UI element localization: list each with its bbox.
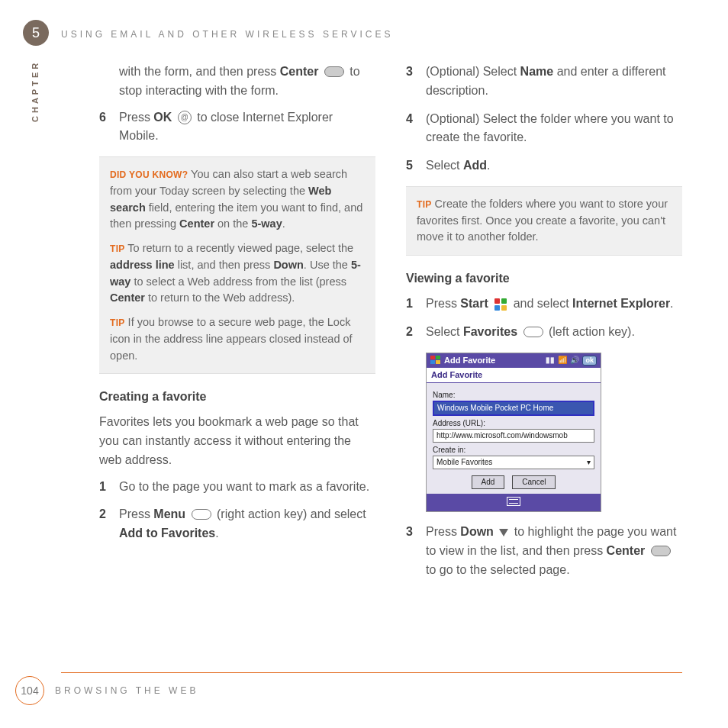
steps-continued: Press OK @ to close Internet Explorer Mo… [99, 108, 375, 147]
bold-down: Down [460, 525, 494, 538]
text: If you browse to a secure web page, the … [110, 316, 353, 362]
text: with the form, and then press [119, 65, 280, 78]
screenshot-title: Add Favorite [444, 356, 495, 366]
continuation-text: with the form, and then press Center to … [99, 63, 375, 101]
svg-rect-6 [430, 360, 435, 364]
creating-intro: Favorites lets you bookmark a web page s… [99, 413, 375, 469]
bold: 5-way [251, 217, 282, 230]
svg-rect-5 [436, 356, 440, 359]
viewing-step-1: Press Start and select Internet Explorer… [406, 295, 682, 314]
text: (left action key). [546, 325, 635, 338]
name-label: Name: [433, 391, 594, 400]
bold-center: Center [280, 65, 319, 78]
address-label: Address (URL): [433, 419, 594, 428]
address-field[interactable]: http://www.microsoft.com/windowsmob [433, 429, 594, 443]
heading-creating-favorite: Creating a favorite [99, 388, 375, 407]
creating-step-4: (Optional) Select the folder where you w… [406, 110, 682, 148]
screenshot-body: Name: Windows Mobile Pocket PC Home Addr… [427, 383, 601, 494]
action-key-icon [523, 327, 543, 337]
viewing-step-2: Select Favorites (left action key). [406, 323, 682, 342]
device-screenshot: Add Favorite ▮▮ 📶 🔊 ok Add Favorite Name… [426, 353, 601, 513]
viewing-step-3: Press Down to highlight the page you wan… [406, 523, 682, 579]
text: Create the folders where you want to sto… [417, 198, 668, 243]
dyk-label: DID YOU KNOW? [110, 169, 188, 180]
svg-rect-3 [501, 305, 507, 311]
text: Press [426, 525, 460, 538]
bold-favorites: Favorites [463, 325, 517, 338]
creating-steps: Go to the page you want to mark as a fav… [99, 478, 375, 543]
creating-step-3: (Optional) Select Name and enter a diffe… [406, 63, 682, 101]
screenshot-footer [427, 494, 601, 511]
down-arrow-icon [499, 529, 508, 536]
chevron-down-icon: ▾ [587, 458, 591, 467]
bold: Down [273, 259, 303, 271]
add-button[interactable]: Add [472, 475, 505, 489]
bold: Internet Explorer [572, 297, 670, 310]
bold: Add to Favorites [119, 527, 215, 540]
tipbox-left: DID YOU KNOW? You can also start a web s… [99, 156, 375, 374]
page-footer: 104 BROWSING THE WEB [15, 676, 198, 705]
dropdown-value: Mobile Favorites [436, 458, 492, 467]
bold-center: Center [607, 544, 646, 557]
speaker-icon: 🔊 [570, 356, 579, 365]
center-button-icon [651, 546, 671, 556]
page: 5 CHAPTER USING EMAIL AND OTHER WIRELESS… [0, 0, 728, 728]
text: (Optional) Select [426, 65, 520, 78]
tip-label: TIP [110, 317, 125, 328]
step-6: Press OK @ to close Internet Explorer Mo… [99, 108, 375, 147]
antenna-icon: 📶 [558, 356, 567, 365]
screenshot-subtitle: Add Favorite [427, 368, 601, 383]
createin-dropdown[interactable]: Mobile Favorites ▾ [433, 456, 594, 469]
creating-step-1: Go to the page you want to mark as a fav… [99, 478, 375, 497]
text: on the [214, 217, 251, 230]
text: (right action key) and select [214, 507, 366, 520]
bold-menu: Menu [153, 507, 185, 520]
viewing-steps-cont: Press Down to highlight the page you wan… [406, 523, 682, 579]
keyboard-icon[interactable] [507, 497, 520, 506]
text: list, and then press [175, 259, 274, 271]
chapter-label: CHAPTER [31, 60, 40, 122]
screenshot-titlebar: Add Favorite ▮▮ 📶 🔊 ok [427, 353, 601, 368]
text: to go to the selected page. [426, 563, 570, 576]
bold-start: Start [460, 297, 488, 310]
cancel-button[interactable]: Cancel [512, 475, 556, 489]
svg-rect-7 [436, 360, 440, 364]
footer-rule [61, 672, 682, 673]
center-button-icon [324, 66, 344, 77]
tip-label: TIP [110, 243, 125, 254]
did-you-know: DID YOU KNOW? You can also start a web s… [110, 166, 365, 233]
start-flag-icon [494, 298, 507, 311]
text: . [487, 159, 490, 172]
bold: Add [463, 159, 487, 172]
text: Press [119, 111, 153, 124]
creating-step-2: Press Menu (right action key) and select… [99, 505, 375, 543]
tip-2: TIP If you browse to a secure web page, … [110, 314, 365, 364]
content-columns: with the form, and then press Center to … [61, 63, 682, 589]
text: Press [426, 297, 460, 310]
windows-flag-icon [430, 356, 441, 365]
svg-rect-4 [430, 356, 435, 359]
text: to return to the Web address). [145, 292, 295, 304]
text: . [670, 297, 673, 310]
bold-ok: OK [153, 111, 172, 124]
right-column: (Optional) Select Name and enter a diffe… [406, 63, 682, 589]
footer-section: BROWSING THE WEB [55, 685, 198, 696]
creating-step-5: Select Add. [406, 156, 682, 176]
page-number: 104 [15, 676, 44, 705]
chapter-number-badge: 5 [23, 20, 49, 46]
svg-rect-1 [501, 298, 507, 304]
text: Select [426, 325, 463, 338]
bold: Center [110, 292, 145, 304]
tip-1: TIP To return to a recently viewed page,… [110, 240, 365, 307]
ok-icon: @ [178, 111, 192, 124]
ok-button[interactable]: ok [582, 356, 597, 366]
name-field[interactable]: Windows Mobile Pocket PC Home [433, 401, 594, 416]
createin-label: Create in: [433, 446, 594, 455]
bold: address line [110, 259, 175, 271]
svg-rect-0 [494, 298, 500, 304]
heading-viewing-favorite: Viewing a favorite [406, 269, 682, 288]
creating-steps-cont: (Optional) Select Name and enter a diffe… [406, 63, 682, 176]
bold: Center [179, 217, 214, 230]
running-header: USING EMAIL AND OTHER WIRELESS SERVICES [61, 29, 682, 40]
text: Select [426, 159, 463, 172]
